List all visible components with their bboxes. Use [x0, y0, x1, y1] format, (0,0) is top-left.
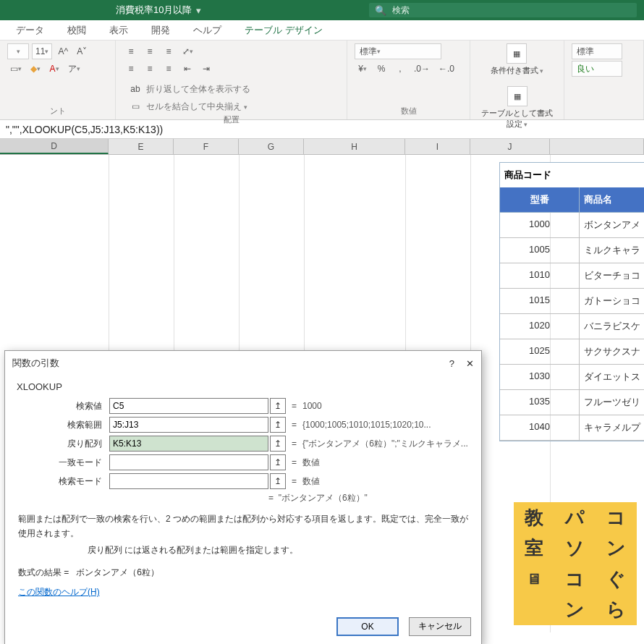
function-description: 範囲または配列で一致の検索を行い、2 つめの範囲または配列から対応する項目を返し… — [18, 512, 468, 541]
group-font-label: ント — [7, 106, 108, 118]
table-row[interactable]: 1030ダイエットス — [500, 365, 644, 390]
comma-icon[interactable]: , — [392, 61, 408, 77]
phonetic-icon[interactable]: ア — [65, 61, 83, 77]
arg-row: 一致モード↥=数値 — [15, 454, 471, 470]
currency-icon[interactable]: ¥ — [355, 61, 370, 77]
search-placeholder: 検索 — [392, 4, 410, 17]
range-picker-icon[interactable]: ↥ — [270, 398, 286, 414]
titlebar: 消費税率10月以降 ▾ 🔍 検索 — [0, 0, 644, 20]
worksheet[interactable]: 商品コード 型番 商品名 1000ボンタンアメ1005ミルクキャラ1010ビター… — [0, 155, 644, 632]
indent-dec-icon[interactable]: ⇤ — [179, 61, 195, 77]
table-row[interactable]: 1035フルーツゼリ — [500, 390, 644, 415]
cell-name: ビターチョコ — [580, 263, 644, 289]
range-picker-icon[interactable]: ↥ — [270, 473, 286, 489]
dec-decimal-icon[interactable]: ←.0 — [436, 61, 457, 77]
cell-name: ボンタンアメ — [580, 213, 644, 238]
font-color-icon[interactable]: A — [46, 61, 62, 77]
col-F[interactable]: F — [174, 139, 239, 154]
col-E[interactable]: E — [109, 139, 174, 154]
align-mid-icon[interactable]: ≡ — [142, 43, 158, 59]
ribbon: 11 A^ A˅ ▭ ◆ A ア ント ≡ ≡ ≡ ⤢ — [0, 41, 644, 120]
range-picker-icon[interactable]: ↥ — [270, 436, 286, 452]
tab-review[interactable]: 校閲 — [66, 21, 88, 40]
arg-result: 数値 — [302, 475, 320, 488]
font-size[interactable]: 11 — [32, 43, 52, 59]
table-row[interactable]: 1015ガトーショコ — [500, 289, 644, 314]
cell-code: 1030 — [500, 365, 580, 390]
col-J[interactable]: J — [470, 139, 550, 154]
col-I[interactable]: I — [405, 139, 470, 154]
format-as-table-icon: ▦ — [507, 86, 528, 106]
col-H[interactable]: H — [304, 139, 405, 154]
range-picker-icon[interactable]: ↥ — [270, 417, 286, 433]
close-icon[interactable]: ✕ — [466, 358, 474, 369]
col-G[interactable]: G — [239, 139, 304, 154]
cancel-button[interactable]: キャンセル — [409, 617, 471, 636]
col-K[interactable] — [550, 139, 644, 154]
tab-data[interactable]: データ — [14, 21, 46, 40]
cell-code: 1040 — [500, 415, 580, 441]
tab-help[interactable]: ヘルプ — [192, 21, 223, 40]
function-help-link[interactable]: この関数のヘルプ(H) — [18, 586, 100, 598]
orientation-icon[interactable]: ⤢ — [179, 43, 196, 59]
wrap-text[interactable]: 折り返して全体を表示する — [146, 83, 250, 96]
cell-name: ダイエットス — [580, 365, 644, 390]
align-bot-icon[interactable]: ≡ — [161, 43, 177, 59]
arg-input[interactable] — [109, 473, 268, 489]
font-dropdown[interactable] — [7, 43, 29, 59]
arg-input[interactable] — [109, 454, 268, 470]
cell-style-good[interactable]: 良い — [572, 61, 622, 77]
decrease-font-icon[interactable]: A˅ — [74, 43, 90, 59]
table-row[interactable]: 1005ミルクキャラ — [500, 238, 644, 263]
number-format[interactable]: 標準 — [355, 43, 441, 59]
search-input[interactable]: 🔍 検索 — [369, 3, 637, 17]
merge-center[interactable]: セルを結合して中央揃え — [146, 101, 247, 113]
cell-style-normal[interactable]: 標準 — [572, 43, 622, 59]
arg-label: 検索範囲 — [15, 419, 109, 431]
align-left-icon[interactable]: ≡ — [123, 61, 139, 77]
arg-result: 1000 — [302, 401, 322, 411]
table-row[interactable]: 1040キャラメルプ — [500, 415, 644, 441]
conditional-format-button[interactable]: ▦ 条件付き書式 — [491, 43, 544, 76]
ribbon-tabs: データ 校閲 表示 開発 ヘルプ テーブル デザイン — [0, 20, 644, 41]
align-center-icon[interactable]: ≡ — [142, 61, 158, 77]
align-right-icon[interactable]: ≡ — [161, 61, 177, 77]
cell-code: 1005 — [500, 238, 580, 263]
table-row[interactable]: 1000ボンタンアメ — [500, 213, 644, 238]
wrap-icon[interactable]: ab — [127, 81, 143, 97]
col-D[interactable]: D — [0, 139, 109, 154]
format-as-table-button[interactable]: ▦ テーブルとして書式設定 — [478, 86, 556, 130]
arg-input[interactable] — [109, 398, 268, 414]
indent-inc-icon[interactable]: ⇥ — [198, 61, 214, 77]
border-icon[interactable]: ▭ — [7, 61, 25, 77]
cell-name: サクサクスナ — [580, 339, 644, 365]
function-arguments-dialog: 関数の引数 ? ✕ XLOOKUP 検索値↥=1000検索範囲↥={1000;1… — [4, 350, 482, 644]
align-top-icon[interactable]: ≡ — [123, 43, 139, 59]
tab-table-design[interactable]: テーブル デザイン — [243, 21, 324, 40]
percent-icon[interactable]: % — [373, 61, 389, 77]
arg-input[interactable] — [109, 436, 268, 452]
merge-icon[interactable]: ▭ — [127, 98, 143, 114]
increase-font-icon[interactable]: A^ — [55, 43, 71, 59]
fill-color-icon[interactable]: ◆ — [27, 61, 43, 77]
help-icon[interactable]: ? — [449, 358, 454, 369]
table-row[interactable]: 1025サクサクスナ — [500, 339, 644, 365]
arg-description: 戻り配列 には返される配列または範囲を指定します。 — [88, 544, 468, 556]
chevron-down-icon[interactable]: ▾ — [196, 5, 201, 16]
monitor-icon: 🖥 — [514, 564, 555, 595]
cell-name: フルーツゼリ — [580, 390, 644, 415]
ok-button[interactable]: OK — [336, 617, 399, 636]
table-row[interactable]: 1010ビターチョコ — [500, 263, 644, 289]
cell-name: ミルクキャラ — [580, 238, 644, 263]
range-picker-icon[interactable]: ↥ — [270, 454, 286, 470]
inc-decimal-icon[interactable]: .0→ — [411, 61, 433, 77]
dialog-title: 関数の引数 — [12, 357, 59, 370]
table-row[interactable]: 1020バニラビスケ — [500, 314, 644, 339]
tab-view[interactable]: 表示 — [108, 21, 130, 40]
arg-label: 検索値 — [15, 400, 109, 412]
result-value: ボンタンアメ（6粒） — [76, 567, 159, 577]
arg-label: 戻り配列 — [15, 438, 109, 450]
result-label: 数式の結果 = — [18, 567, 69, 577]
tab-dev[interactable]: 開発 — [150, 21, 171, 40]
arg-input[interactable] — [109, 417, 268, 433]
